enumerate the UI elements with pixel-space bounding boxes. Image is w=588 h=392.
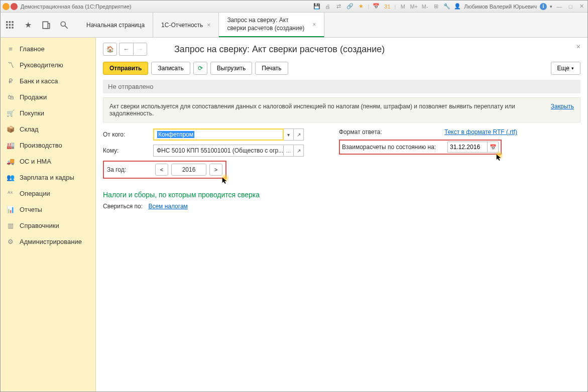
info-close-link[interactable]: Закрыть xyxy=(551,103,574,110)
page-title: Запрос на сверку: Акт сверки расчетов (с… xyxy=(174,44,385,55)
sidebar-item-purchases[interactable]: 🛒Покупки xyxy=(1,105,95,121)
sidebar-label: Главное xyxy=(20,45,45,53)
tab-close-icon[interactable]: × xyxy=(312,21,316,28)
tab-reconciliation-request[interactable]: Запрос на сверку: Акт сверки расчетов (с… xyxy=(219,13,324,37)
m-minus-btn[interactable]: M- xyxy=(421,3,429,11)
year-prev-button[interactable]: < xyxy=(155,164,168,176)
save-icon[interactable]: 💾 xyxy=(313,3,321,11)
send-button[interactable]: Отправить xyxy=(103,62,148,75)
layout-icon[interactable]: ⊞ xyxy=(432,3,440,11)
to-label: Кому: xyxy=(103,147,153,154)
info-icon[interactable]: i xyxy=(540,3,547,10)
sidebar-item-manager[interactable]: 〽Руководителю xyxy=(1,57,95,73)
sidebar-item-assets[interactable]: 🚚ОС и НМА xyxy=(1,153,95,169)
format-link[interactable]: Текст в формате RTF (.rtf) xyxy=(444,128,517,136)
sidebar-label: Зарплата и кадры xyxy=(20,174,74,181)
sidebar-label: Производство xyxy=(20,142,62,149)
open-icon[interactable]: ↗ xyxy=(294,145,304,157)
check-link[interactable]: Всем налогам xyxy=(148,203,187,210)
print-icon[interactable]: 🖨 xyxy=(324,3,332,11)
svg-point-10 xyxy=(61,22,65,26)
svg-rect-9 xyxy=(43,22,48,29)
sidebar-item-directories[interactable]: ▥Справочники xyxy=(1,217,95,233)
current-user: Любимов Валерий Юрьевич xyxy=(464,4,537,10)
sidebar-item-warehouse[interactable]: 📦Склад xyxy=(1,121,95,137)
svg-rect-3 xyxy=(6,24,8,25)
forward-button[interactable]: → xyxy=(133,43,147,56)
sidebar-label: Операции xyxy=(20,190,50,197)
compare-icon[interactable]: ⇄ xyxy=(335,3,343,11)
menu-icon: ≡ xyxy=(7,45,15,53)
search-icon[interactable] xyxy=(60,21,69,30)
calendar-icon[interactable]: 31 xyxy=(383,3,391,11)
check-label: Свериться по: xyxy=(103,203,143,210)
star-icon[interactable]: ★ xyxy=(357,3,365,11)
year-controls: < 2016 > xyxy=(155,164,222,176)
dropdown-icon[interactable]: ▾ xyxy=(284,128,294,141)
calendar-button[interactable]: 📅 xyxy=(488,142,499,153)
form-row-from: От кого: Конфетпром ▾ ↗ xyxy=(103,128,314,141)
minimize-btn[interactable]: — xyxy=(555,3,563,11)
from-input[interactable]: Конфетпром xyxy=(153,128,284,141)
svg-rect-4 xyxy=(9,24,11,25)
to-input[interactable]: ФНС 5010 КПП 551001001 (Общество с огр..… xyxy=(153,145,284,157)
section-title: Налоги и сборы, по которым проводится св… xyxy=(103,191,580,199)
m-plus-btn[interactable]: M+ xyxy=(410,3,418,11)
form-row-asof: Взаиморасчеты по состоянию на: 📅 xyxy=(339,140,517,155)
body: ≡Главное 〽Руководителю ₽Банк и касса 🛍Пр… xyxy=(1,38,587,391)
history-icon[interactable] xyxy=(42,21,51,30)
print-button[interactable]: Печать xyxy=(255,62,288,75)
back-button[interactable]: ← xyxy=(119,43,133,56)
save-button[interactable]: Записать xyxy=(151,62,190,75)
year-next-button[interactable]: > xyxy=(209,164,222,176)
refresh-button[interactable]: ⟳ xyxy=(193,62,207,75)
sidebar-label: Продажи xyxy=(20,93,47,101)
top-tabbar: ★ Начальная страница 1С-Отчетность × Зап… xyxy=(1,13,587,38)
open-icon[interactable]: ↗ xyxy=(294,128,304,141)
sidebar-label: Покупки xyxy=(20,109,44,117)
sidebar-item-admin[interactable]: ⚙Администрирование xyxy=(1,233,95,249)
info-text: Акт сверки используется для сопоставлени… xyxy=(109,103,541,117)
sidebar-label: Склад xyxy=(20,125,39,133)
sidebar-item-payroll[interactable]: 👥Зарплата и кадры xyxy=(1,169,95,185)
form-row-to: Кому: ФНС 5010 КПП 551001001 (Общество с… xyxy=(103,145,314,157)
ellipsis-icon[interactable]: … xyxy=(284,145,294,157)
box-icon: 📦 xyxy=(7,125,15,133)
form-col-right: Формат ответа: Текст в формате RTF (.rtf… xyxy=(339,128,517,183)
tab-1c-reporting[interactable]: 1С-Отчетность × xyxy=(153,13,219,37)
home-button[interactable]: 🏠 xyxy=(103,43,117,56)
wrench-icon[interactable]: 🔧 xyxy=(443,3,451,11)
sidebar-item-main[interactable]: ≡Главное xyxy=(1,41,95,57)
asof-date-input[interactable] xyxy=(447,142,488,153)
format-label: Формат ответа: xyxy=(339,128,444,136)
close-window-btn[interactable]: ✕ xyxy=(577,3,585,11)
favorite-icon[interactable]: ★ xyxy=(24,21,33,30)
apps-icon[interactable] xyxy=(6,21,15,30)
calc-icon[interactable]: 📅 xyxy=(372,3,380,11)
link-icon[interactable]: 🔗 xyxy=(346,3,354,11)
maximize-btn[interactable]: □ xyxy=(566,3,574,11)
chart-icon: 〽 xyxy=(7,61,15,69)
svg-rect-1 xyxy=(9,21,11,23)
window-titlebar: Демонстрационная база (1С:Предприятие) 💾… xyxy=(1,1,587,13)
more-button[interactable]: Еще▾ xyxy=(551,62,580,75)
sidebar-item-reports[interactable]: 📊Отчеты xyxy=(1,201,95,217)
asof-highlight-box: Взаиморасчеты по состоянию на: 📅 xyxy=(339,140,502,155)
year-value[interactable]: 2016 xyxy=(171,164,206,176)
svg-rect-2 xyxy=(12,21,13,23)
svg-line-11 xyxy=(65,26,68,29)
section-check-row: Свериться по: Всем налогам xyxy=(103,203,580,210)
sidebar-item-sales[interactable]: 🛍Продажи xyxy=(1,89,95,105)
tab-label: 1С-Отчетность xyxy=(161,22,203,29)
sidebar-item-production[interactable]: 🏭Производство xyxy=(1,137,95,153)
close-page-icon[interactable]: × xyxy=(576,43,580,51)
tab-close-icon[interactable]: × xyxy=(207,22,210,29)
tabs: Начальная страница 1С-Отчетность × Запро… xyxy=(78,13,587,37)
gear-icon: ⚙ xyxy=(7,237,15,245)
tab-start-page[interactable]: Начальная страница xyxy=(78,13,153,37)
export-button[interactable]: Выгрузить xyxy=(210,62,253,75)
ruble-icon: ₽ xyxy=(7,77,15,85)
sidebar-item-bank[interactable]: ₽Банк и касса xyxy=(1,73,95,89)
m-btn[interactable]: M xyxy=(399,3,407,11)
sidebar-item-operations[interactable]: ᴬᵏОперации xyxy=(1,185,95,201)
